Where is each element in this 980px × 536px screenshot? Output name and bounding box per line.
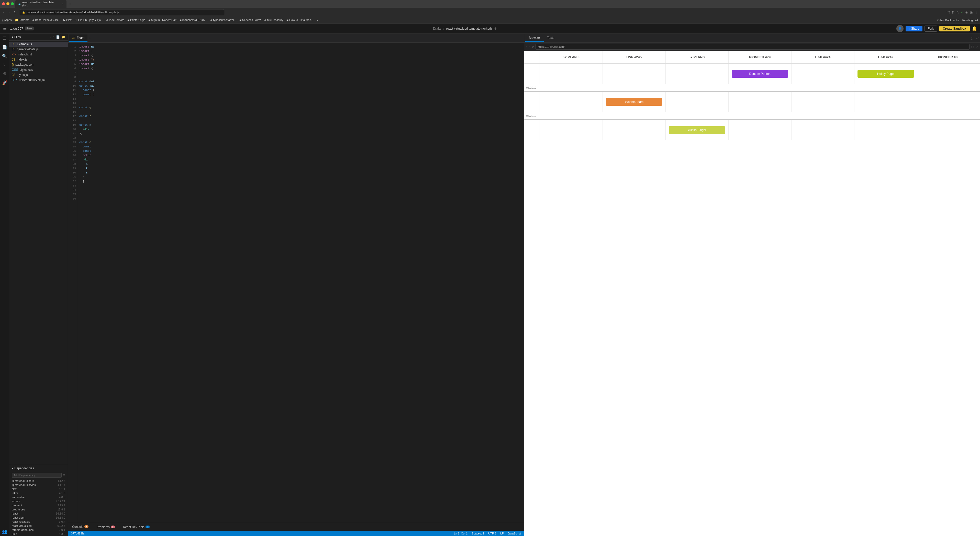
hamburger-icon[interactable]: ☰ [3,26,6,31]
sidebar-git-icon[interactable]: ⑂ [3,63,6,67]
forward-button[interactable]: › [7,10,11,15]
sidebar-settings-icon[interactable]: ⚙ [3,71,6,76]
sidebar-file-icon[interactable]: 📄 [2,45,7,49]
dep-react-resizable: react-resizable 3.0.4 [9,520,68,524]
code-editor[interactable]: import Re import { import { import "r im… [77,43,524,523]
code-line-19: const n [79,123,522,127]
bookmark-services[interactable]: ◈ Services | APM [239,18,261,22]
dep-throttle-debounce: throttle-debounce 3.0.1 [9,528,68,532]
bookmark-plexremote[interactable]: ◈ PlexRemote [106,18,124,22]
dep-prop-types: prop-types 15.8.1 [9,507,68,511]
deps-header[interactable]: ▾ Dependencies [9,465,68,472]
preview-open-new-icon[interactable]: ⬚ [971,45,974,49]
bookmark-apps[interactable]: ⬚ Apps [2,18,12,22]
share-icon: ↑ [908,27,910,30]
extension2-icon[interactable]: ◉ [970,10,973,14]
browser-chrome: ◉ react-virtualized template (for... ✕ + [0,0,980,8]
bookmark-muitreasury[interactable]: ◈ Mui Treasury [264,18,283,22]
address-bar[interactable]: 🔒 codesandbox.io/s/react-virtualized-tem… [20,9,224,15]
fork-button[interactable]: Fork [924,25,937,32]
sort-asc-icon[interactable]: ↑ [53,35,54,39]
editor-tab-more-icon[interactable]: ⋯ [88,36,94,40]
language-mode: JavaScript [508,532,521,535]
console-tab[interactable]: Console ● [70,524,91,530]
split-view-icon[interactable]: ⬚ [971,36,974,40]
gantt-cell-r3-c4 [729,120,792,140]
bookmark-rsanchez[interactable]: ◈ rsanchez73 (Rudy... [180,18,207,22]
bottom-panel: Console ● Problems 5 React DevTools 6 [68,523,524,531]
breadcrumb-sandbox[interactable]: react-virtualized template (forked) [446,27,492,30]
share-icon[interactable]: ⬆ [951,10,955,14]
file-item-packagejson[interactable]: {} package.json [9,62,68,67]
back-button[interactable]: ‹ [2,10,5,15]
extension1-icon[interactable]: ◈ [966,10,968,14]
event-yvonne-adam[interactable]: Yvonne Adam [606,98,662,106]
preview-url-box[interactable]: https://1u4dt.csb.app/ [536,44,970,49]
file-item-generatedata[interactable]: JS generateData.js [9,47,68,52]
share-button[interactable]: ↑ Share [905,26,923,32]
notifications-icon[interactable]: 🔔 [972,26,977,31]
breadcrumb-drafts[interactable]: Drafts [433,27,441,30]
bookmark-more[interactable]: » [317,19,318,22]
file-item-stylescss[interactable]: CSS styles.css [9,67,68,72]
bookmark-plex[interactable]: ▶ Plex [64,18,72,22]
date-label-06-2019: 06/2019 [524,114,539,117]
sort-desc-icon[interactable]: ↓ [50,35,51,39]
preview-fullscreen-icon[interactable]: ⤢ [975,45,978,49]
dep-list: @material-ui/core 4.12.3 @material-ui/st… [9,479,68,536]
browser-tab-preview[interactable]: Browser [525,35,544,42]
file-item-usewindowsize[interactable]: JSX useWindowSize.jsx [9,78,68,82]
file-item-example[interactable]: JS Example.js [9,42,68,47]
bookmark-torrents[interactable]: 📁 Torrents [15,18,29,22]
browser-tab[interactable]: ◉ react-virtualized template (for... ✕ [15,0,67,8]
preview-forward-btn[interactable]: › [529,45,530,49]
expand-icon[interactable]: ⤢ [976,36,979,40]
bookmark-github[interactable]: ⬡ GitHub - jotyGill/jo... [75,18,103,22]
gantt-cell-r2-c2: Yvonne Adam [603,92,666,112]
refresh-button[interactable]: ↻ [13,10,18,15]
bookmark-other[interactable]: Other Bookmarks [937,19,959,22]
event-yukiko-binger[interactable]: Yukiko Binger [669,126,725,134]
tests-tab[interactable]: Tests [544,35,558,42]
eol: LF [500,532,504,535]
sidebar-team-icon[interactable]: 👥 [2,529,7,534]
bookmark-typescript[interactable]: ◈ typescript-starter... [210,18,236,22]
user-avatar[interactable]: 👤 [896,25,904,32]
close-button[interactable] [2,2,5,5]
extensions-icon[interactable]: ⬚ [947,10,950,14]
sidebar-search-icon[interactable]: 🔍 [2,54,7,59]
code-line-31: > [79,175,522,179]
gantt-cell-r3-c3: Yukiko Binger [666,120,729,140]
event-donette-ponton[interactable]: Donette Ponton [732,70,788,78]
new-tab-button[interactable]: + [69,2,71,6]
code-line-32: { [79,179,522,184]
bookmark-reading[interactable]: Reading List [963,19,978,22]
bookmark-icon[interactable]: ☆ [956,10,959,14]
bookmark-json[interactable]: ◈ Best Online JSON... [32,18,60,22]
preview-back-btn[interactable]: ‹ [526,45,527,49]
sandbox-settings-icon[interactable]: ⚙ [494,27,497,30]
bookmark-roberthalf[interactable]: ◈ Sign In | Robert Half [148,18,177,22]
new-folder-icon[interactable]: 📁 [61,35,65,39]
new-file-icon[interactable]: 📄 [56,35,60,39]
devtools-tab[interactable]: React DevTools 6 [121,524,152,530]
bookmark-printerlogic[interactable]: ◈ PrinterLogic [127,18,145,22]
more-icon[interactable]: ⋮ [974,10,978,14]
problems-tab[interactable]: Problems 5 [95,524,117,530]
preview-refresh-btn[interactable]: ↻ [531,45,534,49]
event-holley-pagel[interactable]: Holley Pagel [858,70,914,78]
add-dep-options-icon[interactable]: ≡ [63,473,65,477]
minimize-button[interactable] [6,2,10,5]
file-item-indexjs[interactable]: JS index.js [9,57,68,62]
create-sandbox-button[interactable]: Create Sandbox [939,26,970,32]
file-item-stylesjs[interactable]: JS styles.js [9,72,68,78]
sidebar-rocket-icon[interactable]: 🚀 [2,80,7,85]
add-dependency-input[interactable] [12,473,62,478]
file-item-indexhtml[interactable]: </> index.html [9,52,68,57]
bookmark-mac[interactable]: ◈ How to Fix a Mac... [286,18,313,22]
maximize-button[interactable] [11,2,14,5]
sidebar-menu-icon[interactable]: ☰ [3,36,6,41]
tab-close-icon[interactable]: ✕ [61,3,64,5]
editor-tab-exam[interactable]: JS Exam [69,35,88,42]
gantt-row-1-label [524,63,539,84]
